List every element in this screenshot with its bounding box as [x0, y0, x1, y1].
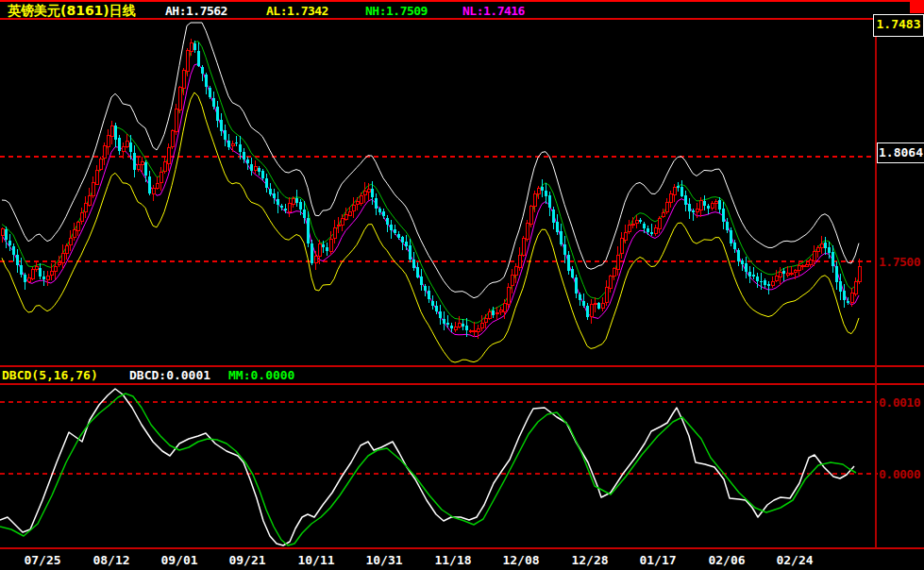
date-label: 07/25	[24, 553, 60, 567]
symbol-title: 英镑美元(8161)日线	[8, 3, 136, 20]
indicator-name[interactable]: DBCD(5,16,76)	[2, 368, 98, 382]
indicator-header-row: DBCD(5,16,76) DBCD:0.0001MM:0.0000	[0, 367, 876, 383]
date-label: 02/06	[708, 553, 745, 567]
latest-price-box: 1.7483	[873, 14, 924, 37]
marked-level-box: 1.8064	[877, 142, 924, 163]
date-label: 12/28	[571, 553, 608, 567]
date-label: 12/08	[502, 553, 539, 567]
date-label: 01/17	[639, 553, 676, 567]
quote-field: AH:1.7562	[165, 4, 227, 18]
date-label: 02/24	[776, 553, 813, 567]
quote-field: NL:1.7416	[462, 4, 525, 18]
indicator-value: DBCD:0.0001	[129, 368, 210, 382]
date-label: 08/12	[92, 553, 129, 567]
date-label: 11/18	[434, 553, 471, 567]
date-label: 10/31	[365, 553, 402, 567]
latest-price-value: 1.7483	[877, 17, 921, 31]
title-bar: 英镑美元(8161)日线 AH:1.7562AL:1.7342NH:1.7509…	[0, 0, 924, 19]
date-label: 09/01	[160, 553, 197, 567]
axis-price-label: 1.7500	[879, 255, 920, 269]
corner-button[interactable]	[910, 1, 924, 13]
main-chart-canvas[interactable]	[0, 0, 924, 570]
quote-field: AL:1.7342	[266, 4, 328, 18]
date-label: 09/21	[228, 553, 265, 567]
axis-price-label: 0.0010	[879, 395, 920, 410]
trading-app-window: 英镑美元(8161)日线 AH:1.7562AL:1.7342NH:1.7509…	[0, 0, 924, 570]
indicator-value: MM:0.0000	[228, 368, 294, 382]
date-label: 10/11	[297, 553, 334, 567]
quote-field: NH:1.7509	[365, 4, 428, 18]
axis-price-label: 0.0000	[879, 467, 920, 481]
marked-level-value: 1.8064	[879, 145, 923, 159]
